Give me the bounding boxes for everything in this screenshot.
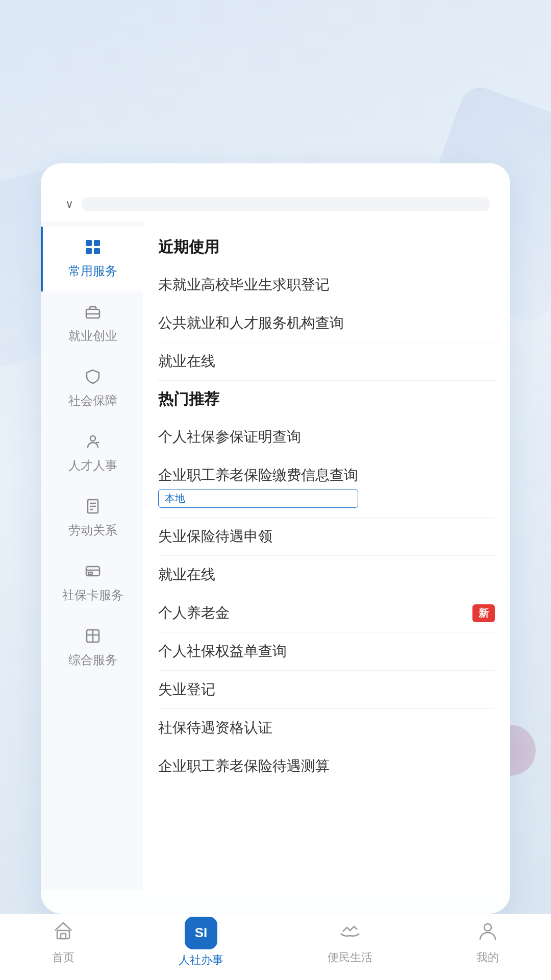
list-item-text: 失业保险待遇申领 [158, 527, 272, 546]
nav-item-mine[interactable]: 我的 [477, 919, 499, 965]
sidebar-item-label: 人才人事 [68, 457, 117, 474]
svg-point-6 [90, 436, 95, 441]
content-area: 常用服务 就业创业 社会保障 人才人事 劳动关系 [41, 222, 510, 890]
list-item-text: 社保待遇资格认证 [158, 718, 272, 738]
sidebar-item-employment[interactable]: 就业创业 [41, 291, 143, 356]
affairs-badge: SI [185, 917, 217, 949]
nav-item-affairs[interactable]: SI人社办事 [179, 917, 223, 968]
list-item[interactable]: 失业登记 [158, 671, 495, 709]
document-icon [85, 498, 101, 518]
list-item[interactable]: 企业职工养老保险缴费信息查询本地 [158, 456, 495, 518]
list-item[interactable]: 失业保险待遇申领 [158, 518, 495, 556]
card-header [41, 163, 510, 192]
sidebar-item-card[interactable]: 社保卡服务 [41, 551, 143, 616]
header-section [0, 0, 551, 71]
list-item[interactable]: 社保待遇资格认证 [158, 709, 495, 747]
briefcase-icon [85, 304, 101, 324]
svg-rect-3 [94, 248, 100, 254]
sidebar-item-labor[interactable]: 劳动关系 [41, 486, 143, 551]
sidebar: 常用服务 就业创业 社会保障 人才人事 劳动关系 [41, 222, 143, 890]
list-item[interactable]: 就业在线 [158, 556, 495, 594]
handshake-icon [339, 919, 361, 947]
local-badge: 本地 [158, 489, 358, 508]
sidebar-item-social[interactable]: 社会保障 [41, 356, 143, 421]
box-icon [85, 628, 101, 648]
list-item-text: 就业在线 [158, 565, 215, 584]
sidebar-item-talent[interactable]: 人才人事 [41, 421, 143, 486]
nav-label-affairs: 人社办事 [179, 952, 223, 968]
list-item-text: 企业职工养老保险缴费信息查询 [158, 465, 358, 485]
list-item[interactable]: 个人养老金新 [158, 594, 495, 632]
sidebar-item-label: 社保卡服务 [62, 587, 123, 603]
list-item[interactable]: 公共就业和人才服务机构查询 [158, 304, 495, 342]
sidebar-item-common[interactable]: 常用服务 [41, 227, 143, 291]
person-icon [85, 433, 101, 453]
svg-rect-14 [88, 572, 92, 574]
list-item[interactable]: 个人社保参保证明查询 [158, 418, 495, 456]
new-badge: 新 [472, 604, 495, 622]
recent-section-title: 近期使用 [158, 237, 495, 258]
chevron-down-icon: ∨ [65, 198, 73, 211]
list-item[interactable]: 个人社保权益单查询 [158, 632, 495, 671]
sidebar-item-label: 社会保障 [68, 393, 117, 409]
nav-label-mine: 我的 [477, 950, 499, 965]
nav-item-home[interactable]: 首页 [52, 919, 74, 965]
home-icon [52, 919, 74, 947]
main-card: ∨ 常用服务 就业创业 社会保障 [41, 163, 510, 914]
list-item-text: 就业在线 [158, 352, 215, 371]
svg-point-20 [484, 924, 491, 931]
nav-item-life[interactable]: 便民生活 [328, 919, 372, 965]
shield-icon [85, 369, 101, 388]
city-selector[interactable]: ∨ [61, 198, 73, 211]
svg-rect-18 [57, 930, 69, 939]
svg-rect-0 [86, 240, 92, 246]
search-input-wrapper[interactable] [82, 197, 490, 211]
user-icon [477, 919, 499, 947]
list-item-text: 公共就业和人才服务机构查询 [158, 313, 344, 333]
card-icon [85, 563, 101, 583]
nav-label-home: 首页 [52, 950, 74, 965]
list-item-text: 未就业高校毕业生求职登记 [158, 275, 330, 295]
list-item-text: 个人社保参保证明查询 [158, 427, 301, 447]
svg-rect-1 [94, 240, 100, 246]
list-item-text: 失业登记 [158, 680, 215, 699]
list-item-text: 个人社保权益单查询 [158, 642, 287, 661]
sidebar-item-general[interactable]: 综合服务 [41, 616, 143, 680]
right-content: 近期使用未就业高校毕业生求职登记公共就业和人才服务机构查询就业在线热门推荐个人社… [143, 222, 510, 890]
sidebar-item-label: 常用服务 [68, 263, 117, 279]
list-item[interactable]: 企业职工养老保险待遇测算 [158, 747, 495, 785]
sidebar-item-label: 劳动关系 [68, 522, 117, 538]
list-item[interactable]: 就业在线 [158, 342, 495, 381]
sidebar-item-label: 综合服务 [68, 652, 117, 668]
svg-rect-2 [86, 248, 92, 254]
search-bar: ∨ [41, 192, 510, 222]
list-item-text: 企业职工养老保险待遇测算 [158, 756, 330, 776]
list-item-text: 个人养老金 [158, 603, 230, 623]
svg-rect-19 [61, 934, 66, 939]
sidebar-item-label: 就业创业 [68, 328, 117, 344]
grid-icon [85, 239, 101, 259]
list-item[interactable]: 未就业高校毕业生求职登记 [158, 266, 495, 304]
nav-label-life: 便民生活 [328, 950, 372, 965]
bottom-nav: 首页SI人社办事 便民生活 我的 [0, 914, 551, 980]
hot-section-title: 热门推荐 [158, 389, 495, 410]
